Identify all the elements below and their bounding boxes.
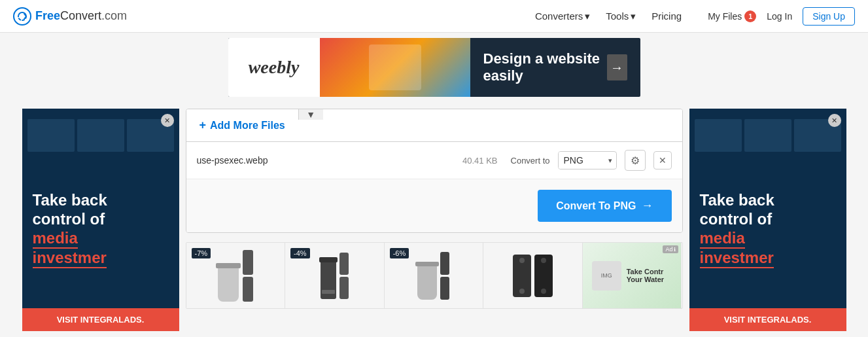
ad-weebly-text: Design a website easily (483, 50, 607, 84)
format-select[interactable]: PNG JPG JPEG GIF BMP TIFF WEBP ICO SVG (559, 152, 604, 169)
svg-point-0 (14, 8, 31, 25)
ad-grid-cell (695, 119, 742, 152)
my-files-label: My Files (708, 11, 742, 22)
converter-box: + Add More Files ▼ use-psexec.webp 40.41… (186, 109, 683, 233)
ad-grid-cell (77, 119, 124, 152)
top-ad-banner: weebly Design a website easily → (0, 33, 868, 97)
ad-weebly-cta: Design a website easily → (470, 38, 640, 97)
ad-banner-weebly[interactable]: weebly Design a website easily → (228, 38, 640, 97)
my-files-button[interactable]: My Files 1 (708, 10, 756, 22)
chevron-down-icon: ▼ (306, 109, 315, 120)
login-button[interactable]: Log In (767, 11, 792, 22)
signup-button[interactable]: Sign Up (803, 7, 855, 26)
file-row: use-psexec.webp 40.41 KB Convert to PNG … (186, 142, 682, 179)
ad-small-badge: Ad ℹ (663, 245, 678, 253)
nav-pricing[interactable]: Pricing (651, 10, 682, 22)
right-ad-grid (689, 119, 846, 152)
logo-icon (13, 7, 31, 26)
product-badge-2: -4% (290, 248, 310, 258)
right-ad-title: Take back control of (700, 191, 836, 229)
left-ad-title: Take back control of (33, 191, 169, 229)
right-side-ad: ✕ Take back control of media investmer V… (689, 109, 846, 331)
my-files-badge: 1 (744, 10, 756, 22)
logo[interactable]: FreeConvert.com (13, 7, 127, 26)
convert-to-png-button[interactable]: Convert To PNG → (538, 190, 671, 222)
add-files-label: Add More Files (210, 120, 285, 132)
right-ad-content: Take back control of media investmer (689, 152, 846, 279)
logo-com: .com (101, 9, 127, 23)
center-panel: + Add More Files ▼ use-psexec.webp 40.41… (186, 109, 683, 331)
logo-convert: Convert (60, 9, 101, 23)
converter-toolbar: + Add More Files ▼ (186, 109, 682, 142)
file-remove-button[interactable]: ✕ (653, 151, 672, 169)
convert-arrow-icon: → (642, 199, 653, 213)
plus-icon: + (200, 118, 207, 132)
product-strip: -7% -4% (186, 242, 683, 309)
convert-to-label: Convert to (511, 156, 550, 166)
left-side-ad: ✕ Take back control of media investmer V… (22, 109, 179, 331)
product-badge-1: -7% (192, 248, 211, 258)
product-item-1[interactable]: -7% (186, 243, 286, 308)
nav-links: Converters ▾ Tools ▾ Pricing (535, 10, 682, 22)
right-ad-highlight: media (700, 229, 836, 249)
logo-free: Free (35, 9, 60, 23)
file-name: use-psexec.webp (197, 155, 455, 166)
ad-weebly-logo: weebly (228, 38, 320, 97)
chevron-down-icon: ▾ (631, 10, 636, 22)
right-ad-highlight2: investmer (700, 249, 836, 268)
nav-converters[interactable]: Converters ▾ (535, 10, 590, 22)
chevron-down-icon: ▾ (585, 10, 590, 22)
ad-product-text: Take Contr Your Water (627, 268, 672, 283)
product-badge-3: -6% (390, 248, 409, 258)
navbar: FreeConvert.com Converters ▾ Tools ▾ Pri… (0, 0, 868, 33)
ad-weebly-image (320, 38, 470, 97)
ad-grid-cell (27, 119, 75, 152)
toolbar-dropdown-button[interactable]: ▼ (298, 109, 323, 120)
nav-right: My Files 1 Log In Sign Up (708, 7, 855, 26)
left-ad-highlight2: investmer (33, 249, 169, 268)
left-ad-highlight: media (33, 229, 169, 249)
file-settings-button[interactable]: ⚙ (625, 150, 646, 171)
nav-tools[interactable]: Tools ▾ (606, 10, 636, 22)
convert-button-label: Convert To PNG (556, 200, 636, 212)
left-ad-grid (22, 119, 179, 152)
product-item-3[interactable]: -6% (385, 243, 484, 308)
left-ad-content: Take back control of media investmer (22, 152, 179, 279)
gear-icon: ⚙ (631, 154, 640, 167)
ad-grid-cell (744, 119, 791, 152)
product-item-4[interactable] (483, 243, 583, 308)
right-ad-close-button[interactable]: ✕ (828, 114, 841, 127)
product-item-2[interactable]: -4% (285, 243, 385, 308)
format-select-wrapper: PNG JPG JPEG GIF BMP TIFF WEBP ICO SVG ▾ (558, 151, 617, 169)
close-icon: ✕ (659, 155, 667, 166)
product-ad-item[interactable]: Ad ℹ IMG Take Contr Your Water (583, 243, 682, 308)
convert-button-row: Convert To PNG → (186, 179, 682, 232)
left-ad-close-button[interactable]: ✕ (161, 114, 174, 127)
file-size: 40.41 KB (462, 156, 498, 166)
main-content: ✕ Take back control of media investmer V… (0, 97, 868, 331)
format-chevron-icon: ▾ (604, 153, 616, 168)
right-ad-footer[interactable]: VISIT INTEGRALADS. (689, 308, 846, 331)
left-ad-footer[interactable]: VISIT INTEGRALADS. (22, 308, 179, 331)
ad-arrow-button[interactable]: → (607, 54, 627, 80)
add-more-files-button[interactable]: + Add More Files (186, 109, 298, 141)
